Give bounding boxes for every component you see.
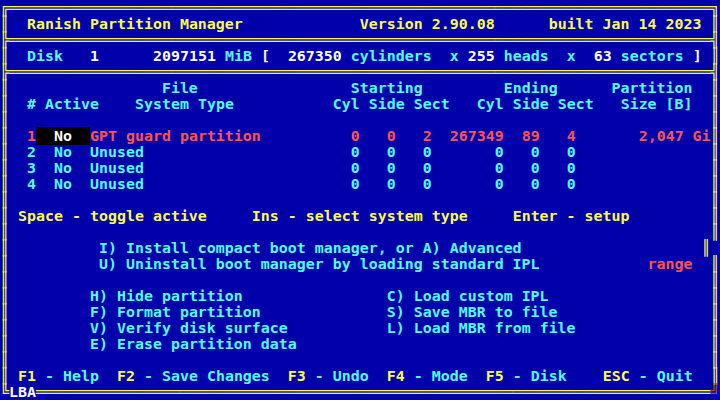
ranish-partition-manager-screen: ╔═══════════════════════════════════════… bbox=[0, 0, 720, 400]
text-row-9: ║ 2 No Unused 0 0 0 0 0 0 ║ bbox=[0, 144, 720, 160]
right-border: ║ bbox=[710, 223, 719, 241]
text-row-10: ║ 3 No Unused 0 0 0 0 0 0 ║ bbox=[0, 160, 720, 176]
text-row-16: ║ U) Uninstall boot manager by loading s… bbox=[0, 256, 720, 272]
text-row-14: ║ ║ bbox=[0, 224, 720, 240]
text-row-15: ║ I) Install compact boot manager, or A)… bbox=[0, 240, 720, 256]
bottom-left-corner: ╚ bbox=[0, 383, 9, 400]
text-row-22: ║ ║ bbox=[0, 352, 720, 368]
text-row-11: ║ 4 No Unused 0 0 0 0 0 0 ║ bbox=[0, 176, 720, 192]
text-row-2: ╠═══════════════════════════════════════… bbox=[0, 32, 720, 48]
bottom-right-corner: ╝ bbox=[710, 383, 719, 400]
text-row-20: ║ V) Verify disk surface L) Load MBR fro… bbox=[0, 320, 720, 336]
text-row-23: ║ F1 - Help F2 - Save Changes F3 - Undo … bbox=[0, 368, 720, 384]
text-row-1: ║ Ranish Partition Manager Version 2.90.… bbox=[0, 16, 720, 32]
text-row-12: ║ ║ bbox=[0, 192, 720, 208]
text-row-3: ║ Disk 1 2097151 MiB [ 267350 cylinders … bbox=[0, 48, 720, 64]
text-row-17: ║ ║ bbox=[0, 272, 720, 288]
bottom-border: ════════════════════════════════════════… bbox=[36, 383, 711, 400]
text-row-6: ║ # Active System Type Cyl Side Sect Cyl… bbox=[0, 96, 720, 112]
lba-indicator: LBA bbox=[9, 383, 36, 400]
text-row-7: ║ ║ bbox=[0, 112, 720, 128]
text-row-0: ╔═══════════════════════════════════════… bbox=[0, 0, 720, 16]
text-row-21: ║ E) Erase partition data ║ bbox=[0, 336, 720, 352]
text-row-8: ║ 1 No GPT guard partition 0 0 2 267349 … bbox=[0, 128, 720, 144]
text-row-18: ║ H) Hide partition C) Load custom IPL ║ bbox=[0, 288, 720, 304]
text-row-5: ║ File Starting Ending Partition ║ bbox=[0, 80, 720, 96]
text-row-24: ╚LBA════════════════════════════════════… bbox=[0, 384, 720, 400]
text-row-4: ╠═══════════════════════════════════════… bbox=[0, 64, 720, 80]
text-row-19: ║ F) Format partition S) Save MBR to fil… bbox=[0, 304, 720, 320]
text-row-13: ║ Space - toggle active Ins - select sys… bbox=[0, 208, 720, 224]
